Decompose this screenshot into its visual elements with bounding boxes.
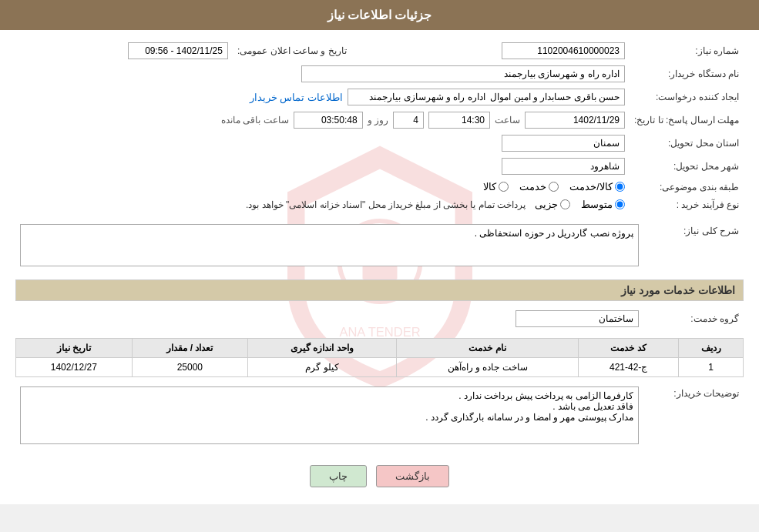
reply-deadline-cell: ساعت روز و ساعت باقی مانده <box>15 109 630 132</box>
purchase-jozei[interactable]: جزیی <box>535 199 570 210</box>
reply-deadline-label: مهلت ارسال پاسخ: تا تاریخ: <box>630 109 744 132</box>
purchase-motavaset[interactable]: متوسط <box>581 199 625 210</box>
col-header-unit: واحد اندازه گیری <box>248 339 397 358</box>
service-group-cell <box>15 307 643 330</box>
days-input[interactable] <box>393 112 424 129</box>
creator-input[interactable] <box>348 89 625 105</box>
services-section-header: اطلاعات خدمات مورد نیاز <box>15 279 744 301</box>
description-cell <box>15 221 643 272</box>
province-label: استان محل تحویل: <box>630 132 744 155</box>
creator-contact-link[interactable]: اطلاعات تماس خریدار <box>250 92 343 103</box>
page-title: جزئیات اطلاعات نیاز <box>327 8 432 22</box>
col-header-date: تاریخ نیاز <box>16 339 133 358</box>
button-row: بازگشت چاپ <box>15 457 744 495</box>
col-header-row: ردیف <box>679 339 744 358</box>
content-area: ANA TENDER .NET شماره نیاز: تاریخ و ساعت… <box>0 30 759 504</box>
inner-content: شماره نیاز: تاریخ و ساعت اعلان عمومی: نا… <box>15 39 744 495</box>
buyer-notes-textarea[interactable] <box>20 386 639 444</box>
announce-date-cell <box>15 39 233 62</box>
need-number-cell <box>367 39 630 62</box>
reply-time-label: ساعت <box>495 115 520 125</box>
col-header-code: کد خدمت <box>579 339 679 358</box>
description-label: شرح کلی نیاز: <box>643 221 744 272</box>
need-number-label: شماره نیاز: <box>630 39 744 62</box>
creator-cell: اطلاعات تماس خریدار <box>15 85 630 109</box>
purchase-type-cell: متوسط جزیی پرداخت تمام یا بخشی از مبلغ خ… <box>15 196 630 213</box>
col-header-quantity: تعداد / مقدار <box>132 339 247 358</box>
buyer-org-input[interactable] <box>301 65 625 82</box>
col-header-name: نام خدمت <box>396 339 578 358</box>
announce-date-input[interactable] <box>128 42 228 59</box>
announce-date-label: تاریخ و ساعت اعلان عمومی: <box>233 39 351 62</box>
remaining-label: ساعت باقی مانده <box>221 115 289 125</box>
reply-date-input[interactable] <box>525 112 625 129</box>
services-data-table: ردیف کد خدمت نام خدمت واحد اندازه گیری ت… <box>15 338 744 377</box>
buyer-notes-table: توضیحات خریدار: <box>15 383 744 450</box>
creator-label: ایجاد کننده درخواست: <box>630 85 744 109</box>
category-kala-khedmat[interactable]: کالا/خدمت <box>569 181 625 192</box>
service-group-label: گروه خدمت: <box>643 307 744 330</box>
table-row: 1ج-42-421ساخت جاده و راه‌آهنکیلو گرم2500… <box>16 358 744 377</box>
reply-time-input[interactable] <box>428 112 490 129</box>
city-cell <box>15 155 630 178</box>
remaining-input[interactable] <box>294 112 363 129</box>
description-table: شرح کلی نیاز: <box>15 221 744 272</box>
purchase-type-notice: پرداخت تمام یا بخشی از مبلغ خریداز محل "… <box>246 199 526 210</box>
city-input[interactable] <box>502 158 625 175</box>
service-group-input[interactable] <box>516 310 639 327</box>
province-input[interactable] <box>502 135 625 152</box>
days-label: روز و <box>368 115 388 125</box>
back-button[interactable]: بازگشت <box>376 465 449 487</box>
province-cell <box>15 132 630 155</box>
buyer-notes-label: توضیحات خریدار: <box>643 383 744 450</box>
service-group-table: گروه خدمت: <box>15 307 744 330</box>
buyer-org-label: نام دستگاه خریدار: <box>630 62 744 85</box>
page-header: جزئیات اطلاعات نیاز <box>0 0 759 30</box>
buyer-org-cell <box>15 62 630 85</box>
category-kala[interactable]: کالا <box>483 181 509 192</box>
category-khedmat[interactable]: خدمت <box>519 181 559 192</box>
category-label: طبقه بندی موضوعی: <box>630 178 744 196</box>
buyer-notes-cell <box>15 383 643 450</box>
main-form-table: شماره نیاز: تاریخ و ساعت اعلان عمومی: نا… <box>15 39 744 213</box>
city-label: شهر محل تحویل: <box>630 155 744 178</box>
purchase-type-label: نوع فرآیند خرید : <box>630 196 744 213</box>
category-cell: کالا/خدمت خدمت کالا <box>15 178 630 196</box>
need-number-input[interactable] <box>502 42 625 59</box>
description-textarea[interactable] <box>20 224 639 266</box>
page-wrapper: جزئیات اطلاعات نیاز ANA TENDER .NET شمار… <box>0 0 759 504</box>
print-button[interactable]: چاپ <box>310 465 367 487</box>
